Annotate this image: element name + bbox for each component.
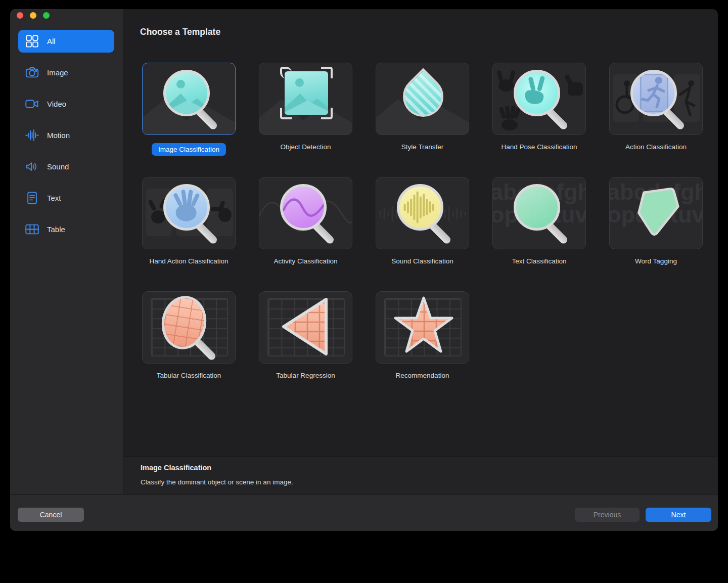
magnifier-table-icon [143, 292, 235, 363]
sidebar-item-label: Video [47, 100, 66, 108]
document-icon [25, 191, 39, 205]
viewfinder-photo-icon [259, 63, 352, 134]
page-title: Choose a Template [140, 27, 220, 37]
template-card-tabular-regression[interactable]: Tabular Regression [259, 291, 352, 379]
template-card-recommendation[interactable]: Recommendation [376, 291, 469, 379]
create-ml-template-chooser-window: All Image Video Motion [10, 9, 718, 531]
sidebar-item-table[interactable]: Table [18, 218, 114, 241]
sidebar-item-motion[interactable]: Motion [18, 124, 114, 147]
tag-shape [630, 182, 686, 245]
camera-icon [25, 65, 39, 80]
sidebar-item-label: All [47, 37, 56, 46]
minimize-window-button[interactable] [30, 12, 36, 19]
vulcan-hand-glyph [498, 106, 521, 131]
template-card-hand-pose-classification[interactable]: Hand Pose Classification [492, 63, 586, 151]
template-label: Hand Pose Classification [481, 143, 598, 151]
stretching-figure-glyph [677, 79, 698, 118]
template-label: Action Classification [598, 143, 714, 151]
sidebar-item-sound[interactable]: Sound [18, 155, 114, 178]
template-card-word-tagging[interactable]: abcdefghiopqrstuvw Word Tagging [609, 177, 703, 265]
template-card-action-classification[interactable]: Action Classification [609, 63, 703, 151]
template-label: Image Classification [152, 143, 226, 156]
sidebar-item-label: Table [47, 225, 65, 234]
waveform-icon [25, 128, 39, 143]
tag-letters-icon: abcdefghiopqrstuvw [610, 177, 702, 249]
template-card-sound-classification[interactable]: Sound Classification [376, 177, 469, 265]
sidebar-item-label: Image [47, 68, 68, 77]
magnifier-hand-pose-icon [493, 63, 585, 134]
magnifier-waving-hand-icon [143, 177, 235, 249]
detail-title: Image Classification [141, 464, 211, 472]
template-label: Sound Classification [364, 257, 481, 265]
sidebar-item-text[interactable]: Text [18, 187, 114, 209]
table-icon [25, 222, 39, 237]
template-label: Word Tagging [598, 257, 714, 265]
sidebar-item-label: Text [47, 194, 61, 202]
template-label: Activity Classification [247, 257, 364, 265]
grid-icon [25, 34, 39, 49]
template-card-style-transfer[interactable]: Style Transfer [376, 63, 469, 151]
template-label: Object Detection [247, 143, 364, 151]
sidebar-item-image[interactable]: Image [18, 61, 114, 84]
regression-triangle [274, 294, 340, 361]
thumbs-up-glyph [564, 73, 585, 98]
template-card-activity-classification[interactable]: Activity Classification [259, 177, 352, 265]
video-camera-icon [25, 97, 39, 111]
speaker-icon [25, 159, 39, 174]
template-detail-panel: Image Classification Classify the domina… [123, 457, 718, 494]
sidebar-item-video[interactable]: Video [18, 93, 114, 115]
star-table-icon [376, 292, 469, 363]
template-card-hand-action-classification[interactable]: Hand Action Classification [142, 177, 236, 265]
magnifier-sound-bars-icon [376, 177, 469, 249]
template-label: Style Transfer [364, 143, 481, 151]
sidebar-item-all[interactable]: All [18, 30, 114, 53]
sidebar-item-label: Sound [47, 162, 69, 171]
zoom-window-button[interactable] [43, 12, 50, 19]
paint-drop-icon [376, 63, 469, 134]
template-card-tabular-classification[interactable]: Tabular Classification [142, 291, 236, 379]
triangle-table-icon [259, 292, 352, 363]
template-label: Tabular Regression [247, 372, 364, 379]
template-card-image-classification[interactable]: Image Classification [142, 63, 236, 156]
detail-description: Classify the dominant object or scene in… [141, 478, 293, 486]
recommendation-star [390, 294, 457, 361]
template-card-object-detection[interactable]: Object Detection [259, 63, 352, 151]
previous-button[interactable]: Previous [575, 508, 640, 522]
magnifier-letters-icon: abcdefghiopqrstuvw [493, 177, 585, 249]
magnifier-photo-icon [143, 63, 235, 134]
magnifier-wave-icon [259, 177, 352, 249]
template-label: Text Classification [481, 257, 598, 265]
pointing-hand-glyph [210, 199, 232, 225]
sidebar: All Image Video Motion [10, 9, 123, 494]
template-card-text-classification[interactable]: abcdefghiopqrstuvw Text Classification [492, 177, 586, 265]
sidebar-item-label: Motion [47, 131, 70, 140]
footer-bar: Cancel Previous Next [10, 494, 718, 531]
template-label: Hand Action Classification [130, 257, 247, 265]
template-label: Tabular Classification [130, 372, 247, 379]
next-button[interactable]: Next [646, 508, 711, 522]
window-controls [17, 12, 50, 19]
template-label: Recommendation [364, 372, 481, 379]
magnifier-runner-icon [610, 63, 702, 134]
close-window-button[interactable] [17, 12, 23, 19]
cancel-button[interactable]: Cancel [18, 508, 84, 522]
